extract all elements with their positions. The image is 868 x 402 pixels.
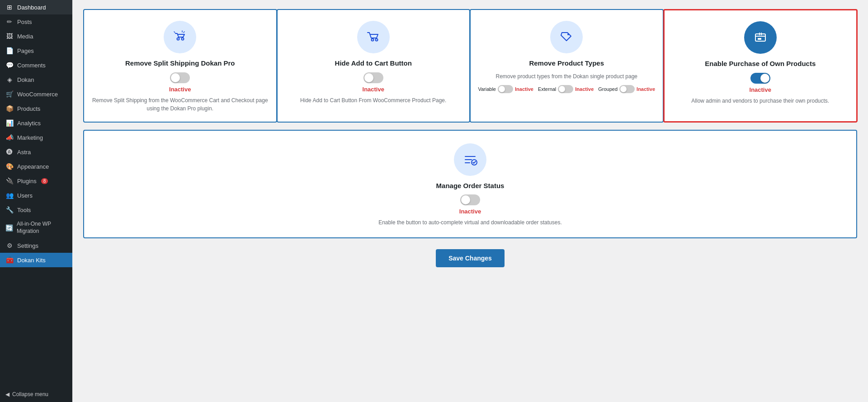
collapse-arrow-icon: ◀ — [5, 391, 9, 397]
status-enable-purchase-own: Inactive — [750, 86, 771, 93]
card-manage-order-status: Manage Order Status Inactive Enable the … — [83, 130, 857, 239]
sidebar-label-products: Products — [17, 105, 40, 112]
card-icon-remove-split-shipping — [164, 21, 196, 53]
sidebar-item-dashboard[interactable]: ⊞ Dashboard — [0, 0, 72, 14]
card-icon-enable-purchase-own — [744, 21, 777, 54]
subtoggle-grouped-status: Inactive — [637, 86, 655, 92]
sidebar-item-settings[interactable]: ⚙ Settings — [0, 238, 72, 253]
posts-icon: ✏ — [5, 18, 14, 25]
sidebar-item-products[interactable]: 📦 Products — [0, 101, 72, 116]
svg-point-2 — [371, 39, 373, 41]
card-title-remove-product-types: Remove Product Types — [529, 59, 604, 68]
subtoggle-external: External Inactive — [538, 85, 594, 93]
status-hide-add-to-cart: Inactive — [363, 86, 384, 93]
main-content: Remove Split Shipping Dokan Pro Inactive… — [72, 0, 868, 402]
sidebar-label-woocommerce: WooCommerce — [17, 91, 58, 98]
sidebar: ⊞ Dashboard ✏ Posts 🖼 Media 📄 Pages 💬 Co… — [0, 0, 72, 402]
sidebar-item-astra[interactable]: 🅐 Astra — [0, 145, 72, 159]
sidebar-label-dokan: Dokan — [17, 76, 34, 83]
sidebar-label-allinone: All-in-One WP Migration — [17, 221, 67, 235]
svg-rect-6 — [758, 38, 761, 40]
allinone-icon: 🔄 — [5, 224, 13, 232]
plugins-icon: 🔌 — [5, 177, 14, 184]
card-remove-split-shipping: Remove Split Shipping Dokan Pro Inactive… — [83, 9, 277, 123]
save-changes-button[interactable]: Save Changes — [436, 249, 505, 267]
card-icon-remove-product-types — [550, 21, 583, 53]
media-icon: 🖼 — [5, 33, 14, 40]
card-enable-purchase-own: Enable Purchase of Own Products Inactive… — [663, 9, 858, 123]
users-icon: 👥 — [5, 192, 14, 199]
woocommerce-icon: 🛒 — [5, 90, 14, 98]
sidebar-item-users[interactable]: 👥 Users — [0, 188, 72, 203]
toggle-manage-order-status[interactable] — [460, 194, 480, 205]
toggle-wrap-remove-split-shipping — [170, 72, 190, 83]
card-icon-hide-add-to-cart — [357, 21, 390, 53]
sidebar-label-media: Media — [17, 33, 33, 40]
dashboard-icon: ⊞ — [5, 4, 14, 11]
svg-rect-5 — [755, 34, 765, 41]
sidebar-label-posts: Posts — [17, 19, 32, 25]
toggle-grouped[interactable] — [619, 85, 635, 93]
comments-icon: 💬 — [5, 61, 14, 69]
desc-remove-split-shipping: Remove Split Shipping from the WooCommer… — [91, 96, 269, 113]
sidebar-item-pages[interactable]: 📄 Pages — [0, 43, 72, 58]
subtoggle-external-status: Inactive — [575, 86, 594, 92]
card-title-enable-purchase-own: Enable Purchase of Own Products — [705, 59, 816, 68]
sidebar-label-appearance: Appearance — [17, 163, 49, 170]
collapse-menu[interactable]: ◀ Collapse menu — [0, 387, 72, 402]
status-manage-order-status: Inactive — [459, 208, 481, 215]
sidebar-label-analytics: Analytics — [17, 120, 41, 127]
sidebar-label-astra: Astra — [17, 149, 31, 156]
sidebar-item-media[interactable]: 🖼 Media — [0, 29, 72, 43]
subtoggle-variable: Variable Inactive — [478, 85, 533, 93]
card-title-hide-add-to-cart: Hide Add to Cart Button — [335, 59, 412, 68]
toggle-wrap-enable-purchase-own — [750, 73, 770, 84]
sidebar-item-posts[interactable]: ✏ Posts — [0, 14, 72, 29]
svg-point-3 — [375, 39, 377, 41]
toggle-enable-purchase-own[interactable] — [750, 73, 770, 84]
dokan-icon: ◈ — [5, 76, 14, 83]
sidebar-item-comments[interactable]: 💬 Comments — [0, 58, 72, 72]
sidebar-item-analytics[interactable]: 📊 Analytics — [0, 116, 72, 130]
sidebar-item-dokan[interactable]: ◈ Dokan — [0, 72, 72, 87]
collapse-label: Collapse menu — [12, 391, 48, 397]
sidebar-item-woocommerce[interactable]: 🛒 WooCommerce — [0, 87, 72, 101]
plugins-badge: 8 — [41, 178, 48, 184]
cards-row-1: Remove Split Shipping Dokan Pro Inactive… — [83, 9, 857, 123]
card-title-remove-split-shipping: Remove Split Shipping Dokan Pro — [125, 59, 235, 68]
card-title-manage-order-status: Manage Order Status — [436, 181, 505, 190]
sidebar-item-dokankits[interactable]: 🧰 Dokan Kits — [0, 253, 72, 267]
toggle-hide-add-to-cart[interactable] — [363, 72, 383, 83]
svg-point-0 — [177, 38, 179, 40]
card-hide-add-to-cart: Hide Add to Cart Button Inactive Hide Ad… — [277, 9, 471, 123]
desc-manage-order-status: Enable the button to auto-complete virtu… — [378, 218, 562, 227]
sidebar-item-allinone[interactable]: 🔄 All-in-One WP Migration — [0, 217, 72, 238]
desc-hide-add-to-cart: Hide Add to Cart Button From WooCommerce… — [300, 96, 446, 104]
appearance-icon: 🎨 — [5, 163, 14, 170]
sidebar-item-tools[interactable]: 🔧 Tools — [0, 203, 72, 217]
dokankits-icon: 🧰 — [5, 256, 14, 264]
sidebar-label-users: Users — [17, 192, 33, 199]
toggle-external[interactable] — [558, 85, 573, 93]
toggle-wrap-hide-add-to-cart — [363, 72, 383, 83]
card-remove-product-types: Remove Product Types Remove product type… — [470, 9, 664, 123]
settings-icon: ⚙ — [5, 242, 14, 249]
toggle-remove-split-shipping[interactable] — [170, 72, 190, 83]
sub-toggles-remove-product-types: Variable Inactive External Inactive Grou… — [478, 85, 655, 93]
toggle-variable[interactable] — [498, 85, 513, 93]
sidebar-item-plugins[interactable]: 🔌 Plugins 8 — [0, 174, 72, 188]
marketing-icon: 📣 — [5, 134, 14, 141]
sidebar-item-marketing[interactable]: 📣 Marketing — [0, 130, 72, 145]
card-icon-manage-order-status — [454, 143, 486, 176]
subtoggle-external-label: External — [538, 86, 556, 92]
sidebar-item-appearance[interactable]: 🎨 Appearance — [0, 159, 72, 174]
sidebar-label-settings: Settings — [17, 242, 38, 249]
pages-icon: 📄 — [5, 47, 14, 54]
sidebar-label-tools: Tools — [17, 207, 31, 213]
products-icon: 📦 — [5, 105, 14, 112]
subtoggle-grouped: Grouped Inactive — [598, 85, 655, 93]
subtoggle-variable-status: Inactive — [515, 86, 533, 92]
desc-enable-purchase-own: Allow admin and vendors to purchase thei… — [691, 97, 829, 105]
sidebar-label-marketing: Marketing — [17, 134, 43, 141]
subtoggle-variable-label: Variable — [478, 86, 496, 92]
